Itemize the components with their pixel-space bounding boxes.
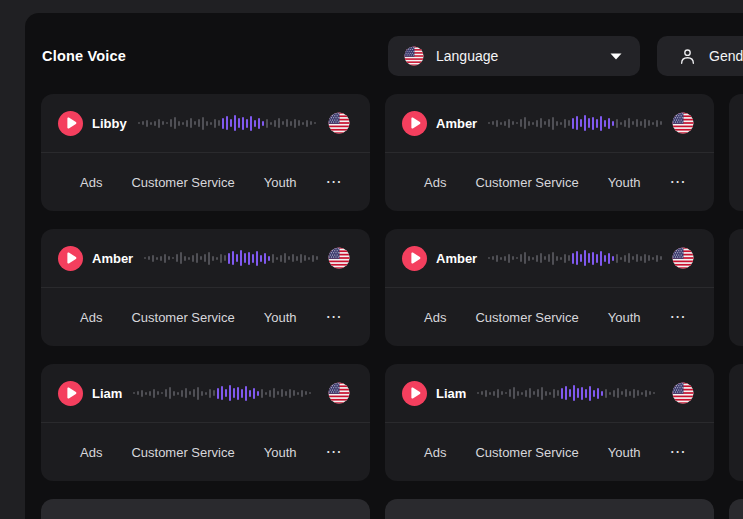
chevron-down-icon [610, 53, 622, 60]
more-options-button[interactable]: ⋯ [326, 174, 343, 190]
us-flag-icon [672, 382, 694, 404]
more-options-button[interactable]: ⋯ [326, 444, 343, 460]
play-button[interactable] [402, 381, 427, 406]
play-button[interactable] [402, 246, 427, 271]
card-partial[interactable] [729, 499, 743, 519]
waveform [138, 94, 320, 152]
play-icon [66, 117, 77, 129]
tag-label: Customer Service [131, 310, 234, 325]
tag-label: Customer Service [475, 175, 578, 190]
us-flag-icon [328, 247, 350, 269]
play-icon [66, 252, 77, 264]
us-flag-icon [672, 247, 694, 269]
voice-name: Liam [436, 386, 466, 401]
tag-label: Ads [80, 175, 102, 190]
card-top-row: Amber [385, 94, 714, 152]
card-partial[interactable] [41, 499, 370, 519]
voice-name: Liam [92, 386, 122, 401]
card-top-row: Liam [41, 364, 370, 422]
main-panel: Clone Voice Language Gender Libby AdsCu [25, 13, 743, 519]
us-flag-icon [328, 382, 350, 404]
waveform [488, 229, 664, 287]
tag-label: Customer Service [131, 175, 234, 190]
card-top-row: Libby [41, 94, 370, 152]
page-title: Clone Voice [42, 36, 126, 76]
person-icon [678, 47, 697, 66]
tag-label: Ads [80, 310, 102, 325]
card-partial[interactable] [729, 94, 743, 211]
tag-label: Youth [608, 310, 641, 325]
voice-name: Amber [436, 251, 477, 266]
voice-card[interactable]: Liam AdsCustomer ServiceYouth⋯ [385, 364, 714, 481]
voice-card[interactable]: Amber AdsCustomer ServiceYouth⋯ [385, 94, 714, 211]
more-options-button[interactable]: ⋯ [326, 309, 343, 325]
voice-name: Amber [436, 116, 477, 131]
play-button[interactable] [58, 246, 83, 271]
card-tags-row: AdsCustomer ServiceYouth⋯ [41, 153, 370, 211]
card-partial[interactable] [729, 229, 743, 346]
voice-card-grid: Libby AdsCustomer ServiceYouth⋯ Amber Ad… [41, 94, 743, 519]
gender-filter-label: Gender [709, 48, 743, 64]
tag-label: Youth [264, 445, 297, 460]
card-tags-row: AdsCustomer ServiceYouth⋯ [41, 288, 370, 346]
card-partial[interactable] [385, 499, 714, 519]
tag-label: Ads [424, 175, 446, 190]
more-options-button[interactable]: ⋯ [670, 444, 687, 460]
play-icon [410, 117, 421, 129]
us-flag-icon [672, 112, 694, 134]
card-top-row: Liam [385, 364, 714, 422]
card-tags-row: AdsCustomer ServiceYouth⋯ [41, 423, 370, 481]
waveform [477, 364, 664, 422]
tag-label: Youth [608, 445, 641, 460]
more-options-button[interactable]: ⋯ [670, 309, 687, 325]
tag-label: Ads [80, 445, 102, 460]
play-button[interactable] [58, 111, 83, 136]
tag-label: Customer Service [475, 310, 578, 325]
voice-card[interactable]: Liam AdsCustomer ServiceYouth⋯ [41, 364, 370, 481]
tag-label: Youth [264, 310, 297, 325]
card-top-row: Amber [385, 229, 714, 287]
more-options-button[interactable]: ⋯ [670, 174, 687, 190]
voice-card[interactable]: Amber AdsCustomer ServiceYouth⋯ [41, 229, 370, 346]
card-tags-row: AdsCustomer ServiceYouth⋯ [385, 288, 714, 346]
tag-label: Youth [264, 175, 297, 190]
voice-card[interactable]: Amber AdsCustomer ServiceYouth⋯ [385, 229, 714, 346]
language-filter-dropdown[interactable]: Language [388, 36, 640, 76]
voice-name: Amber [92, 251, 133, 266]
language-filter-label: Language [436, 48, 498, 64]
play-icon [410, 387, 421, 399]
tag-label: Customer Service [131, 445, 234, 460]
waveform [133, 364, 320, 422]
play-button[interactable] [402, 111, 427, 136]
play-icon [410, 252, 421, 264]
card-tags-row: AdsCustomer ServiceYouth⋯ [385, 423, 714, 481]
us-flag-icon [328, 112, 350, 134]
play-icon [66, 387, 77, 399]
waveform [488, 94, 664, 152]
tag-label: Customer Service [475, 445, 578, 460]
tag-label: Ads [424, 445, 446, 460]
play-button[interactable] [58, 381, 83, 406]
card-top-row: Amber [41, 229, 370, 287]
tag-label: Youth [608, 175, 641, 190]
card-tags-row: AdsCustomer ServiceYouth⋯ [385, 153, 714, 211]
tag-label: Ads [424, 310, 446, 325]
voice-name: Libby [92, 116, 127, 131]
waveform [144, 229, 320, 287]
voice-card[interactable]: Libby AdsCustomer ServiceYouth⋯ [41, 94, 370, 211]
card-partial[interactable] [729, 364, 743, 481]
us-flag-icon [404, 46, 424, 66]
gender-filter-dropdown[interactable]: Gender [657, 36, 743, 76]
